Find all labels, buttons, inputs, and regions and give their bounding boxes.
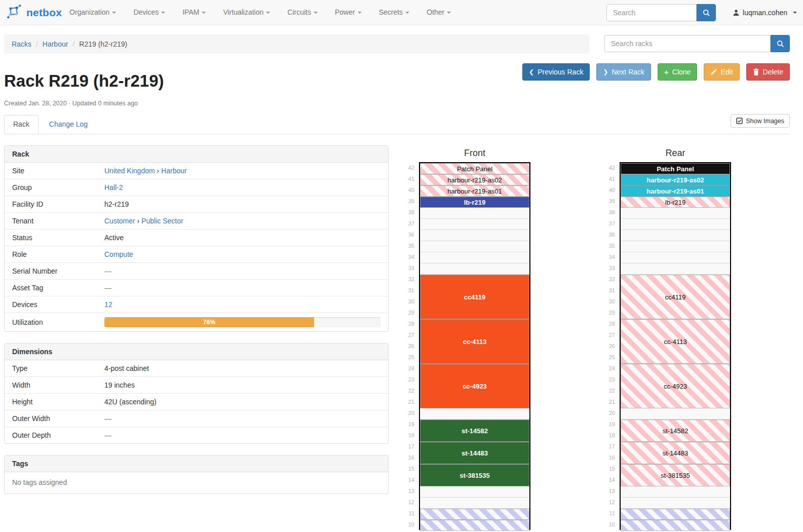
breadcrumb-racks[interactable]: Racks: [12, 40, 31, 48]
chevron-left-icon: ❮: [529, 69, 534, 75]
global-search-input[interactable]: [606, 4, 697, 21]
chevron-down-icon: [447, 12, 451, 14]
rack-empty-unit[interactable]: [420, 208, 529, 219]
unit-number: 40: [603, 184, 615, 196]
unit-number: 18: [402, 430, 414, 441]
rack-empty-unit[interactable]: [420, 230, 529, 241]
unit-number: 12: [402, 497, 414, 508]
row-link[interactable]: Public Sector: [141, 217, 183, 225]
delete-button[interactable]: Delete: [746, 63, 790, 81]
rack-reserved-unit: [420, 520, 529, 531]
unit-number: 17: [402, 441, 414, 452]
rack-device[interactable]: Patch Panel: [420, 163, 529, 174]
tab-rack[interactable]: Rack: [4, 115, 39, 134]
unit-number: 18: [603, 430, 615, 441]
unit-number: 10: [603, 519, 615, 530]
chevron-down-icon: [266, 12, 270, 14]
row-link[interactable]: Harbour: [161, 167, 187, 175]
tab-change-log[interactable]: Change Log: [41, 116, 96, 133]
rack-device[interactable]: st-381535: [621, 464, 730, 486]
clone-button[interactable]: +Clone: [658, 63, 697, 81]
show-images-button[interactable]: Show Images: [731, 114, 790, 128]
unit-number: 21: [402, 396, 414, 407]
rack-device[interactable]: harbour-r219-as02: [420, 174, 529, 185]
menu-virtualization[interactable]: Virtualization: [214, 0, 279, 25]
row-label: Outer Width: [12, 414, 104, 423]
rack-device[interactable]: st-14483: [621, 442, 730, 464]
detail-row: Serial Number—: [5, 262, 388, 279]
row-value: Compute: [104, 250, 380, 258]
row-label: Site: [12, 167, 104, 175]
rack-empty-unit[interactable]: [621, 252, 730, 263]
rack-device[interactable]: st-14582: [621, 420, 730, 442]
next-rack-button[interactable]: ❯Next Rack: [596, 63, 651, 81]
rack-device[interactable]: cc-4923: [621, 364, 730, 408]
rack-empty-unit[interactable]: [621, 498, 730, 509]
rack-empty-unit[interactable]: [420, 241, 529, 252]
unit-number: 32: [402, 274, 414, 285]
rack-empty-unit[interactable]: [621, 241, 730, 252]
row-link[interactable]: Compute: [104, 250, 133, 258]
tags-empty-text: No tags assigned: [5, 472, 388, 493]
rack-empty-unit[interactable]: [621, 219, 730, 230]
rack-device[interactable]: cc4119: [621, 275, 730, 319]
rack-grid: Patch Panelharbour-r219-as02harbour-r219…: [419, 162, 530, 530]
row-link[interactable]: Customer: [104, 217, 135, 225]
unit-number: 10: [402, 519, 414, 530]
rack-device[interactable]: harbour-r219-as01: [621, 185, 730, 197]
row-link[interactable]: United Kingdom: [104, 167, 155, 175]
menu-organization[interactable]: Organization: [61, 0, 125, 25]
unit-number: 15: [603, 463, 615, 474]
detail-row: Width19 inches: [5, 376, 388, 393]
rack-empty-unit[interactable]: [621, 486, 730, 498]
rack-empty-unit[interactable]: [621, 230, 730, 241]
detail-row: Facility IDh2-r219: [5, 196, 388, 212]
rear-elevation: Rear 42414039383736353433323130292827262…: [603, 148, 735, 530]
rack-device[interactable]: cc-4923: [420, 364, 529, 408]
rack-empty-unit[interactable]: [621, 208, 730, 219]
rack-empty-unit[interactable]: [420, 219, 529, 230]
unit-number: 33: [603, 262, 615, 274]
unit-number: 21: [603, 396, 615, 407]
rack-empty-unit[interactable]: [420, 486, 529, 498]
rack-device[interactable]: lb-r219: [621, 197, 730, 208]
user-menu[interactable]: luqman.cohen: [733, 0, 797, 25]
utilization-fill: 76%: [104, 317, 314, 327]
row-link[interactable]: 12: [104, 300, 112, 309]
menu-devices[interactable]: Devices: [125, 0, 174, 25]
rack-empty-unit[interactable]: [420, 498, 529, 509]
menu-secrets[interactable]: Secrets: [370, 0, 418, 25]
menu-circuits[interactable]: Circuits: [279, 0, 326, 25]
rack-device[interactable]: harbour-r219-as01: [420, 185, 529, 197]
rack-empty-unit[interactable]: [420, 408, 529, 420]
edit-button[interactable]: Edit: [704, 63, 739, 81]
unit-numbers: 4241403938373635343332313029282726252423…: [402, 162, 414, 530]
rack-empty-unit[interactable]: [621, 263, 730, 275]
rack-device[interactable]: Patch Panel: [621, 163, 730, 174]
previous-rack-button[interactable]: ❮Previous Rack: [522, 63, 590, 81]
rack-device[interactable]: harbour-r219-as02: [621, 174, 730, 185]
rack-device[interactable]: st-14483: [420, 442, 529, 464]
rack-search-input[interactable]: [604, 35, 771, 52]
row-link[interactable]: Hall-2: [104, 183, 123, 192]
rack-device[interactable]: st-381535: [420, 464, 529, 486]
rack-empty-unit[interactable]: [420, 263, 529, 275]
rack-empty-unit[interactable]: [621, 408, 730, 420]
netbox-logo[interactable]: netbox: [6, 0, 62, 25]
rack-device[interactable]: lb-r219: [420, 197, 529, 208]
rack-search-button[interactable]: [771, 35, 790, 52]
menu-other[interactable]: Other: [418, 0, 460, 25]
rack-device[interactable]: st-14582: [420, 420, 529, 442]
rack-device[interactable]: cc4119: [420, 275, 529, 319]
panel-title: Rack: [5, 146, 388, 163]
menu-ipam[interactable]: IPAM: [174, 0, 214, 25]
unit-number: 33: [402, 262, 414, 274]
menu-power[interactable]: Power: [326, 0, 370, 25]
action-buttons: ❮Previous Rack ❯Next Rack +Clone Edit De…: [522, 63, 790, 81]
rack-empty-unit[interactable]: [420, 252, 529, 263]
global-search-button[interactable]: [697, 4, 716, 21]
rack-device[interactable]: cc-4113: [621, 319, 730, 364]
breadcrumb-harbour[interactable]: Harbour: [43, 40, 68, 48]
unit-number: 35: [603, 240, 615, 251]
rack-device[interactable]: cc-4113: [420, 319, 529, 364]
